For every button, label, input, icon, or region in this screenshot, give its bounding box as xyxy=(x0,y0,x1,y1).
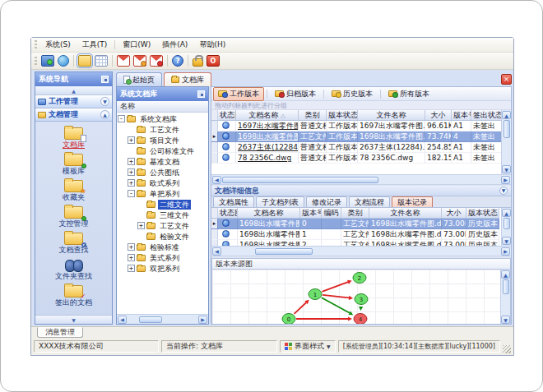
detail-tab-4[interactable]: 文档流程 xyxy=(349,196,390,207)
detail-tab-5[interactable]: 版本记录 xyxy=(392,196,433,207)
version-grid-row-2[interactable]: 1698出水嘴零件图.dwg1工艺文件1698出水嘴零件图.dwg73.00KB… xyxy=(211,229,501,240)
column-header-4[interactable]: 编码 xyxy=(322,208,341,219)
scroll-thumb[interactable] xyxy=(503,279,509,294)
pin-icon[interactable] xyxy=(197,90,205,98)
menu-item-4[interactable]: 插件(A) xyxy=(156,38,193,52)
help-icon[interactable] xyxy=(172,55,183,67)
tree-node-6[interactable]: +公共图纸 xyxy=(117,167,208,178)
mail-new-icon[interactable] xyxy=(117,55,130,67)
version-filter-button-2[interactable]: 归档版本 xyxy=(270,87,321,101)
column-header-2[interactable]: 文档名称 xyxy=(238,208,300,219)
scroll-up-icon[interactable]: ▲ xyxy=(502,209,511,217)
column-header-6[interactable]: 大小 xyxy=(425,110,452,121)
message-panel-tab[interactable]: 消息管理 xyxy=(37,327,83,338)
expand-icon[interactable]: + xyxy=(128,265,135,272)
expand-icon[interactable]: + xyxy=(128,179,135,187)
sidebar-item-2[interactable]: 模板库 xyxy=(35,151,112,175)
mail-delete-icon[interactable] xyxy=(150,55,163,67)
column-header-6[interactable]: 文件名称 xyxy=(369,208,442,219)
detail-tab-2[interactable]: 子文档列表 xyxy=(256,196,304,207)
column-header-7[interactable]: 版本号 xyxy=(452,110,471,121)
version-grid-row-1[interactable]: ▸1698出水嘴零件图.dwg0工艺文件1698出水嘴零件图.dwg73.00K… xyxy=(211,219,501,229)
scroll-down-icon[interactable]: ▼ xyxy=(502,165,511,173)
version-filter-button-1[interactable]: 工作版本 xyxy=(213,87,264,101)
exit-icon[interactable] xyxy=(207,55,220,67)
column-header-5[interactable]: 类别 xyxy=(341,208,369,219)
scroll-left-icon[interactable]: ◀ xyxy=(212,176,221,184)
tree-node-1[interactable]: -系统文档库 xyxy=(117,113,208,124)
menu-item-3[interactable]: 窗口(W) xyxy=(117,38,156,52)
close-tab-icon[interactable] xyxy=(501,74,512,85)
expand-icon[interactable]: + xyxy=(128,136,135,144)
tree-node-14[interactable]: +美式系列 xyxy=(117,252,208,263)
tab-start-page[interactable]: 起始页 xyxy=(116,72,162,86)
scroll-thumb[interactable] xyxy=(255,248,313,255)
sidebar-item-7[interactable]: ✓签出的文档 xyxy=(35,283,112,307)
mail-reply-icon[interactable] xyxy=(133,55,146,67)
documents-grid-row-4[interactable]: 78 2356C.dwg普通文档工作版本78 2356C.dwg182.15KB… xyxy=(211,153,501,164)
graph-vscrollbar[interactable]: ▲ ▼ xyxy=(500,270,510,325)
tree-node-4[interactable]: 公司标准文件 xyxy=(117,145,208,156)
tree-node-8[interactable]: -单把系列 xyxy=(117,188,208,199)
sidebar-group-docs[interactable]: 文档管理▲ xyxy=(35,108,112,122)
menu-item-2[interactable]: 工具(T) xyxy=(77,38,114,52)
tree-node-3[interactable]: +项目文件 xyxy=(117,135,208,145)
detail-tab-3[interactable]: 修改记录 xyxy=(306,196,347,207)
collapse-icon[interactable]: ▼ xyxy=(499,187,508,195)
ui-style-selector[interactable]: 界面样式 ▼ xyxy=(280,340,336,353)
detail-tab-1[interactable]: 文档属性 xyxy=(213,196,254,207)
sidebar-item-5[interactable]: 文档查找 xyxy=(35,230,112,254)
menu-item-1[interactable]: 系统(S) xyxy=(39,38,77,52)
resize-grip[interactable] xyxy=(503,345,511,353)
column-header-2[interactable]: 文档名称△ xyxy=(236,110,299,121)
tree-node-7[interactable]: +欧式系列 xyxy=(117,178,208,188)
scroll-thumb[interactable] xyxy=(504,218,510,229)
network-icon[interactable] xyxy=(58,55,69,67)
sidebar-scroll-down[interactable]: ▼ xyxy=(35,315,112,324)
column-header-4[interactable]: 版本状态 xyxy=(327,110,358,121)
sidebar-item-6[interactable]: 文件夹查找 xyxy=(35,256,112,280)
scroll-left-icon[interactable]: ◀ xyxy=(118,316,127,324)
expand-icon[interactable]: + xyxy=(128,168,135,176)
sync-icon[interactable] xyxy=(41,55,54,67)
scroll-right-icon[interactable]: ▶ xyxy=(501,176,510,184)
documents-grid-row-2[interactable]: ▸1698出水嘴零件图.dwg工艺文件工作版本1698出水嘴零件图.dwg73.… xyxy=(211,131,501,142)
column-header-5[interactable]: 文件名称 xyxy=(358,110,425,121)
tree-node-2[interactable]: 工艺文件 xyxy=(117,124,208,135)
scroll-right-icon[interactable]: ▶ xyxy=(198,316,207,324)
column-header-7[interactable]: 大小 xyxy=(442,208,466,219)
tree-node-5[interactable]: +基准文档 xyxy=(117,156,208,167)
tree-node-13[interactable]: +检验标准 xyxy=(117,242,208,252)
tree-hscrollbar[interactable]: ◀ ▶ xyxy=(117,314,208,324)
tree-node-11[interactable]: +工艺文件 xyxy=(117,220,208,231)
expand-icon[interactable]: + xyxy=(128,254,135,261)
sidebar-item-3[interactable]: ★收藏夹 xyxy=(35,178,112,201)
tree-node-10[interactable]: 三维文件 xyxy=(117,210,208,220)
version-filter-button-3[interactable]: 历史版本 xyxy=(327,87,378,101)
expand-icon[interactable]: + xyxy=(128,243,135,251)
documents-grid-hscrollbar[interactable]: ◀ ▶ xyxy=(211,174,511,184)
scroll-thumb[interactable] xyxy=(139,316,162,323)
sidebar-scroll-up[interactable]: ▲ xyxy=(35,86,112,95)
lock-icon[interactable] xyxy=(193,58,203,67)
documents-grid-vscrollbar[interactable]: ▲ ▼ xyxy=(501,110,511,174)
expand-icon[interactable]: + xyxy=(137,222,145,229)
folder-open-icon[interactable] xyxy=(78,55,91,67)
column-header-3[interactable]: 类别 xyxy=(299,110,327,121)
version-grid-hscrollbar[interactable]: ◀ ▶ xyxy=(211,246,511,256)
collapse-icon[interactable]: - xyxy=(118,115,125,122)
column-header-1[interactable]: 状态图 xyxy=(218,110,236,121)
column-header-8[interactable]: 签出状态 xyxy=(471,110,501,121)
column-header-1[interactable]: 状态图 xyxy=(218,208,238,219)
scroll-down-icon[interactable]: ▼ xyxy=(501,316,510,324)
report-icon[interactable] xyxy=(95,55,108,67)
scroll-left-icon[interactable]: ◀ xyxy=(212,247,221,256)
scroll-thumb[interactable] xyxy=(504,120,510,138)
scroll-down-icon[interactable]: ▼ xyxy=(502,237,511,245)
column-header-8[interactable]: 版本状态 xyxy=(466,208,499,219)
scroll-up-icon[interactable]: ▲ xyxy=(502,111,511,119)
scroll-right-icon[interactable]: ▶ xyxy=(501,247,510,256)
sidebar-item-1[interactable]: 文档库 xyxy=(35,125,112,149)
menu-item-5[interactable]: 帮助(H) xyxy=(193,38,231,52)
scroll-thumb[interactable] xyxy=(222,177,378,183)
